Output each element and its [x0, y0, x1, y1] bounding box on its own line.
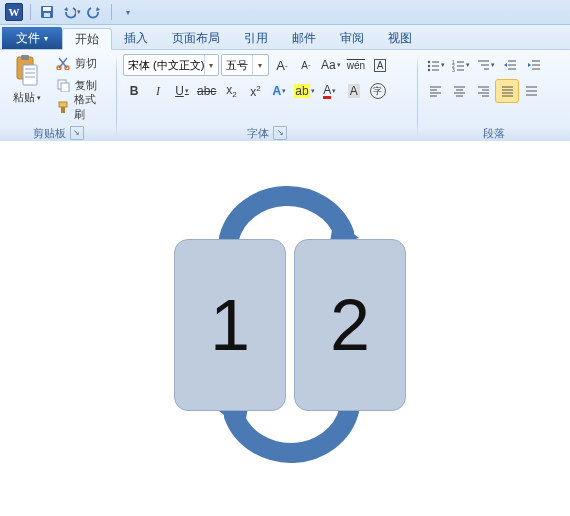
align-left-button[interactable]	[424, 80, 446, 102]
grow-font-button[interactable]: Aˆ	[271, 54, 293, 76]
ribbon: 粘贴▾ 剪切 复制 格式刷 剪贴板↘	[0, 50, 570, 143]
align-center-button[interactable]	[448, 80, 470, 102]
align-justify-icon	[500, 84, 514, 98]
ribbon-tabs: 文件▾ 开始 插入 页面布局 引用 邮件 审阅 视图	[0, 25, 570, 50]
group-font: 宋体 (中文正文)▾ 五号▾ Aˆ Aˇ Aa▾ wén A B I U▾ ab…	[117, 50, 417, 142]
smartart-shape-1[interactable]: 1	[174, 239, 286, 411]
font-name-value: 宋体 (中文正文)	[124, 58, 204, 73]
paste-icon	[12, 54, 42, 88]
italic-button[interactable]: I	[147, 80, 169, 102]
svg-rect-5	[23, 65, 37, 85]
svg-rect-2	[44, 13, 50, 17]
tab-label: 引用	[244, 30, 268, 47]
paste-button[interactable]: 粘贴▾	[6, 52, 49, 105]
group-paragraph: ▾ 123▾ ▾ 段落	[418, 50, 570, 142]
copy-icon	[55, 77, 71, 93]
decrease-indent-button[interactable]	[499, 54, 521, 76]
group-clipboard: 粘贴▾ 剪切 复制 格式刷 剪贴板↘	[0, 50, 116, 142]
redo-button[interactable]	[85, 2, 105, 22]
undo-button[interactable]: ▾	[61, 2, 81, 22]
svg-rect-13	[59, 102, 67, 107]
tab-insert[interactable]: 插入	[112, 27, 160, 49]
font-size-combo[interactable]: 五号▾	[221, 54, 269, 76]
multilevel-list-button[interactable]: ▾	[474, 54, 497, 76]
bold-button[interactable]: B	[123, 80, 145, 102]
undo-icon	[61, 4, 76, 20]
tab-home[interactable]: 开始	[62, 28, 112, 50]
tab-label: 插入	[124, 30, 148, 47]
shrink-font-button[interactable]: Aˇ	[295, 54, 317, 76]
dialog-launcher[interactable]: ↘	[70, 126, 84, 140]
smartart-shape-2[interactable]: 2	[294, 239, 406, 411]
text-effects-button[interactable]: A▾	[268, 80, 290, 102]
enclose-char-button[interactable]: 字	[367, 80, 389, 102]
strikethrough-button[interactable]: abc	[195, 80, 218, 102]
bullets-button[interactable]: ▾	[424, 54, 447, 76]
align-justify-button[interactable]	[496, 80, 518, 102]
highlight-icon: ab	[294, 84, 309, 98]
subscript-button[interactable]: x2	[220, 80, 242, 102]
svg-text:3: 3	[452, 67, 455, 72]
group-label-text: 段落	[483, 126, 505, 141]
chevron-down-icon: ▾	[204, 55, 218, 75]
paste-label: 粘贴	[13, 90, 35, 105]
phonetic-guide-button[interactable]: wén	[345, 54, 367, 76]
highlight-button[interactable]: ab▾	[292, 80, 316, 102]
dialog-launcher[interactable]: ↘	[273, 126, 287, 140]
svg-point-15	[428, 61, 430, 63]
smartart-cycle[interactable]: 1 2	[166, 161, 416, 501]
font-name-combo[interactable]: 宋体 (中文正文)▾	[123, 54, 219, 76]
svg-rect-4	[21, 55, 29, 60]
distribute-button[interactable]	[520, 80, 542, 102]
qat-customize-button[interactable]: ▾	[118, 2, 138, 22]
svg-rect-1	[43, 7, 51, 11]
superscript-button[interactable]: x2	[244, 80, 266, 102]
copy-label: 复制	[75, 78, 97, 93]
svg-point-19	[428, 69, 430, 71]
indent-icon	[527, 58, 541, 72]
svg-point-17	[428, 65, 430, 67]
char-shading-button[interactable]: A	[343, 80, 365, 102]
multilevel-icon	[476, 58, 490, 72]
cut-button[interactable]: 剪切	[51, 52, 110, 74]
format-painter-icon	[55, 99, 70, 115]
phonetic-icon: wén	[347, 60, 365, 71]
separator	[111, 4, 112, 20]
tab-references[interactable]: 引用	[232, 27, 280, 49]
change-case-button[interactable]: Aa▾	[319, 54, 343, 76]
format-painter-button[interactable]: 格式刷	[51, 96, 110, 118]
save-button[interactable]	[37, 2, 57, 22]
app-icon[interactable]: W	[4, 2, 24, 22]
tab-mailings[interactable]: 邮件	[280, 27, 328, 49]
align-right-button[interactable]	[472, 80, 494, 102]
distribute-icon	[524, 84, 538, 98]
align-center-icon	[452, 84, 466, 98]
document-canvas[interactable]: 1 2	[0, 141, 570, 516]
tab-view[interactable]: 视图	[376, 27, 424, 49]
align-left-icon	[428, 84, 442, 98]
shape-text: 1	[210, 284, 250, 366]
subscript-icon: x2	[226, 83, 236, 99]
numbering-button[interactable]: 123▾	[449, 54, 472, 76]
file-tab-label: 文件	[16, 30, 40, 47]
increase-indent-button[interactable]	[523, 54, 545, 76]
file-tab[interactable]: 文件▾	[2, 27, 62, 49]
outdent-icon	[503, 58, 517, 72]
tab-label: 页面布局	[172, 30, 220, 47]
align-right-icon	[476, 84, 490, 98]
tab-layout[interactable]: 页面布局	[160, 27, 232, 49]
tab-label: 视图	[388, 30, 412, 47]
char-border-button[interactable]: A	[369, 54, 391, 76]
save-icon	[39, 4, 55, 20]
tab-review[interactable]: 审阅	[328, 27, 376, 49]
svg-rect-12	[61, 83, 69, 92]
superscript-icon: x2	[250, 84, 260, 99]
font-color-button[interactable]: A▾	[319, 80, 341, 102]
chevron-down-icon: ▾	[252, 55, 267, 75]
svg-rect-14	[61, 107, 65, 113]
cut-icon	[55, 55, 71, 71]
underline-button[interactable]: U▾	[171, 80, 193, 102]
bullets-icon	[426, 58, 440, 72]
tab-label: 开始	[75, 31, 99, 48]
quick-access-toolbar: W ▾ ▾	[0, 0, 570, 25]
